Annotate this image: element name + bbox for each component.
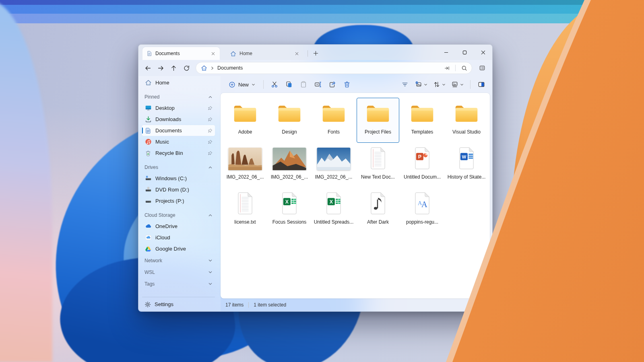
minimize-button[interactable]: [437, 45, 455, 60]
file-img-2022-06[interactable]: IMG_2022_06_...: [312, 143, 355, 188]
sidebar-section-drives[interactable]: Drives: [142, 162, 215, 173]
tab-strip-divider: [308, 50, 308, 57]
file-untitled-docum[interactable]: PUntitled Docum...: [401, 143, 444, 188]
sidebar-item-recycle-bin[interactable]: Recycle Bin: [142, 148, 215, 158]
window-body: HomePinnedDesktopDownloadsDocumentsMusic…: [138, 76, 492, 311]
view-button[interactable]: [449, 78, 466, 90]
file-poppins-regu[interactable]: AApoppins-regu...: [401, 188, 444, 233]
file-design[interactable]: Design: [268, 98, 311, 143]
file-name: Untitled Docum...: [404, 174, 441, 180]
sidebar-section-pinned[interactable]: Pinned: [142, 92, 215, 102]
delete-button[interactable]: [340, 78, 354, 90]
tab-documents[interactable]: Documents: [142, 47, 220, 60]
rename-button[interactable]: [311, 78, 325, 90]
section-title: Tags: [144, 281, 155, 287]
maximize-icon: [462, 50, 467, 55]
file-untitled-spreads[interactable]: XUntitled Spreads...: [312, 188, 355, 233]
share-button[interactable]: [326, 78, 339, 90]
tab-label: Documents: [155, 51, 206, 56]
chevron-down-icon: [208, 270, 213, 274]
sidebar-item-music[interactable]: Music: [142, 136, 215, 147]
section-title: WSL: [144, 269, 155, 275]
preview-pane-icon: [478, 81, 485, 88]
file-visual-studio[interactable]: Visual Studio: [445, 98, 488, 143]
sidebar-item-windows-c[interactable]: Windows (C:): [142, 173, 215, 184]
up-button[interactable]: [167, 62, 180, 74]
maximize-button[interactable]: [455, 45, 474, 60]
sidebar-item-dvd-rom-d[interactable]: DVD Rom (D:): [142, 184, 215, 195]
file-new-text-doc[interactable]: New Text Doc...: [357, 143, 399, 188]
search-button[interactable]: [459, 63, 469, 73]
file-after-dark[interactable]: After Dark: [357, 188, 399, 233]
forward-button[interactable]: [155, 62, 167, 74]
sidebar-item-documents[interactable]: Documents: [142, 125, 215, 136]
sidebar-item-label: Documents: [155, 128, 204, 134]
file-history-of-skate[interactable]: WHistory of Skate...: [445, 143, 488, 188]
gear-icon: [144, 301, 151, 308]
file-name: Templates: [411, 129, 433, 135]
folder-icon: [410, 103, 435, 125]
preview-pane-button[interactable]: [475, 78, 488, 90]
file-focus-sessions[interactable]: XFocus Sessions: [268, 188, 311, 233]
back-button[interactable]: [142, 62, 154, 74]
downloads-icon: [144, 116, 152, 123]
address-bar[interactable]: Documents: [196, 62, 472, 74]
file-img-2022-06[interactable]: IMG_2022_06_...: [268, 143, 311, 188]
breadcrumb[interactable]: Documents: [217, 65, 243, 71]
sidebar-item-home[interactable]: Home: [142, 77, 215, 88]
section-title: Drives: [144, 165, 158, 170]
svg-text:X: X: [285, 199, 289, 204]
sort-button[interactable]: [431, 78, 448, 90]
file-name: Design: [282, 129, 297, 135]
file-name: Fonts: [328, 129, 340, 135]
tab-home[interactable]: Home: [226, 47, 303, 60]
excel-icon: X: [325, 192, 343, 216]
file-templates[interactable]: Templates: [401, 98, 444, 143]
close-button[interactable]: [474, 45, 492, 60]
search-icon: [461, 65, 467, 71]
file-img-2022-06[interactable]: IMG_2022_06_...: [224, 143, 266, 188]
tab-close-button[interactable]: [293, 50, 300, 57]
sidebar-item-downloads[interactable]: Downloads: [142, 114, 215, 125]
settings-label: Settings: [155, 301, 173, 307]
details-pane-button[interactable]: [476, 62, 488, 74]
copy-button[interactable]: [282, 78, 296, 90]
sidebar-section-wsl[interactable]: WSL: [142, 267, 215, 278]
new-button[interactable]: New: [225, 79, 259, 90]
sidebar-section-network[interactable]: Network: [142, 255, 215, 266]
forward-arrow-icon: [157, 65, 164, 72]
wallpaper-stripe: [0, 14, 644, 23]
sidebar-section-tags[interactable]: Tags: [142, 278, 215, 289]
pin-icon: [208, 106, 213, 111]
sidebar-item-projects-p[interactable]: Projects (P:): [142, 195, 215, 206]
svg-text:W: W: [462, 154, 466, 159]
file-project-files[interactable]: Project Files: [357, 98, 399, 143]
refresh-button[interactable]: [180, 62, 192, 74]
sidebar-item-settings[interactable]: Settings: [142, 297, 215, 311]
tab-close-button[interactable]: [209, 50, 217, 57]
image-thumbnail: [272, 148, 306, 170]
file-fonts[interactable]: Fonts: [312, 98, 355, 143]
toolbar-divider: [263, 80, 264, 89]
sidebar-section-cloud-storage[interactable]: Cloud Storage: [142, 210, 215, 220]
sidebar-item-label: Downloads: [155, 116, 204, 122]
filter-button[interactable]: [398, 78, 412, 90]
onedrive-icon: [144, 223, 152, 230]
chevron-down-icon: [442, 83, 446, 86]
file-name: New Text Doc...: [361, 174, 395, 180]
sidebar-item-desktop[interactable]: Desktop: [142, 103, 215, 113]
paste-button[interactable]: [297, 78, 310, 90]
file-license-txt[interactable]: license.txt: [224, 188, 266, 233]
sidebar-item-onedrive[interactable]: OneDrive: [142, 221, 215, 232]
file-name: Untitled Spreads...: [314, 219, 354, 225]
sidebar-item-icloud[interactable]: iCloud: [142, 232, 215, 243]
expand-address-button[interactable]: [442, 63, 452, 73]
file-adobe[interactable]: Adobe: [224, 98, 266, 143]
chevron-up-icon: [208, 95, 213, 99]
options-button[interactable]: [413, 78, 430, 90]
sidebar-item-google-drive[interactable]: Google Drive: [142, 243, 215, 254]
cut-button[interactable]: [268, 78, 281, 90]
window-controls: [437, 45, 492, 60]
new-tab-button[interactable]: [310, 48, 321, 58]
sidebar-item-label: Music: [155, 139, 204, 145]
